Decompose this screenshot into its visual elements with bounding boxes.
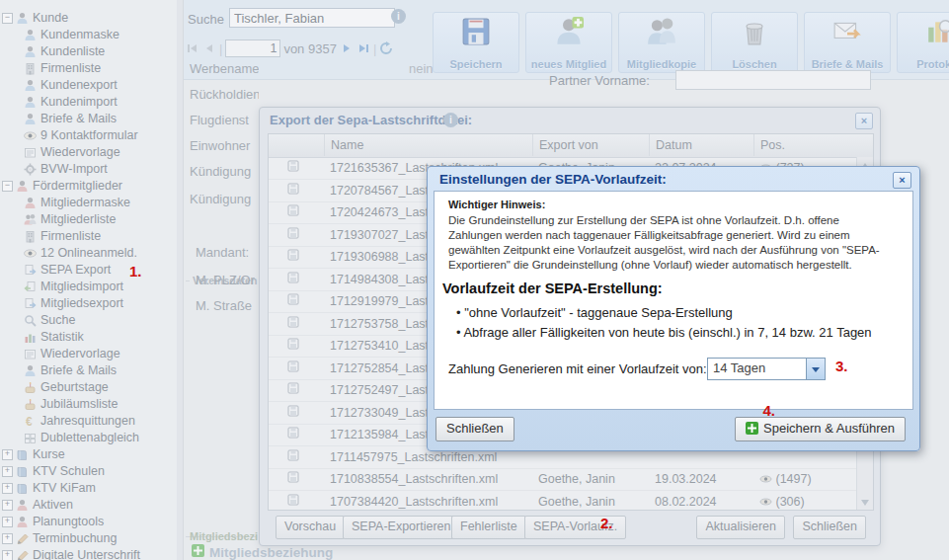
modal-footer: Schließen 4. Speichern & Ausführen bbox=[428, 411, 919, 450]
hint-title: Wichtiger Hinweis: bbox=[448, 199, 545, 210]
save-and-execute-button[interactable]: Speichern & Ausführen bbox=[735, 417, 906, 441]
modal-body: Wichtiger Hinweis: Die Grundeinstellung … bbox=[434, 191, 913, 410]
vorlaufzeit-section-title: Vorlaufzeit der SEPA-Erstellung: bbox=[442, 280, 663, 296]
annotation-3: 3. bbox=[835, 358, 848, 374]
sepa-vorlaufzeit-modal: Einstellungen der SEPA-Vorlaufzeit: × Wi… bbox=[427, 166, 920, 451]
bullet-item: "ohne Vorlaufzeit" - taggenaue Sepa-Erst… bbox=[456, 303, 872, 323]
vorlaufzeit-bullets: "ohne Vorlaufzeit" - taggenaue Sepa-Erst… bbox=[456, 303, 872, 343]
bullet-item: Abfrage aller Fälligkeiten von heute bis… bbox=[456, 323, 872, 343]
modal-title: Einstellungen der SEPA-Vorlaufzeit: bbox=[439, 172, 667, 187]
annotation-4: 4. bbox=[762, 402, 775, 419]
save-and-execute-label: Speichern & Ausführen bbox=[763, 421, 895, 436]
annotation-2: 2. bbox=[600, 515, 613, 531]
plus-icon bbox=[746, 420, 758, 441]
hint-text: Die Grundeinstellung zur Erstellung der … bbox=[448, 213, 895, 273]
modal-close-icon[interactable]: × bbox=[893, 172, 911, 189]
modal-close-button[interactable]: Schließen bbox=[435, 417, 514, 441]
vorlaufzeit-select-label: Zahlung Generieren mit einer Vorlaufzeit… bbox=[448, 361, 707, 376]
application-window: −KundeKundenmaskeKundenlisteFirmenlisteK… bbox=[0, 0, 949, 560]
vorlaufzeit-select[interactable]: 14 Tagen bbox=[707, 358, 813, 380]
select-dropdown-icon[interactable] bbox=[806, 358, 826, 380]
annotation-1: 1. bbox=[129, 263, 142, 280]
